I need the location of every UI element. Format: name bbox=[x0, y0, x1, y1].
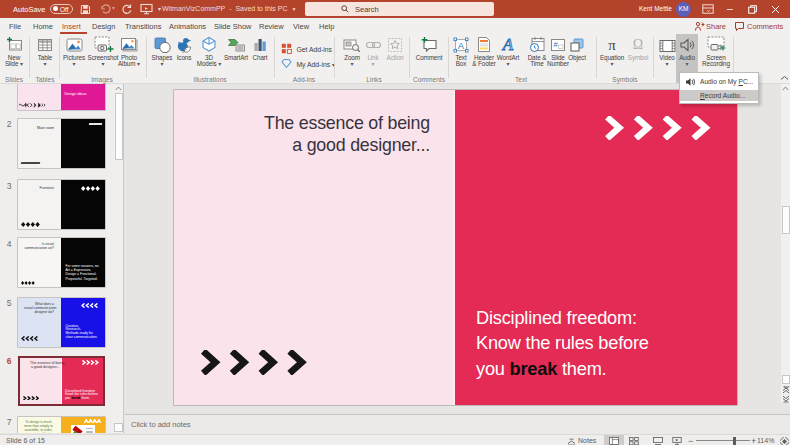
svg-text:A: A bbox=[502, 36, 514, 53]
svg-text:A: A bbox=[458, 40, 465, 51]
